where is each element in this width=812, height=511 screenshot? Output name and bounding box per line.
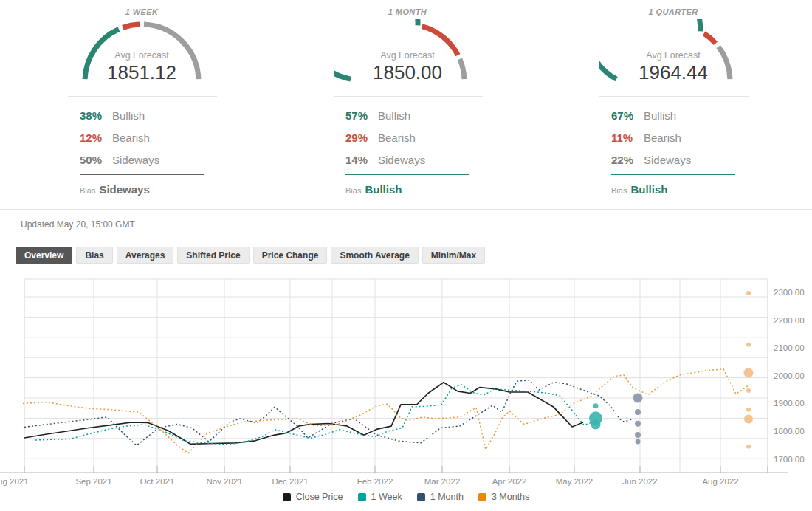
tab-averages[interactable]: Averages — [117, 247, 174, 264]
svg-text:2300.00: 2300.00 — [774, 288, 805, 297]
svg-text:2200.00: 2200.00 — [774, 316, 805, 325]
chart-tabs: Overview Bias Averages Shifted Price Pri… — [16, 247, 485, 264]
tab-overview[interactable]: Overview — [16, 247, 72, 264]
bullish-label: Bullish — [378, 109, 410, 122]
svg-text:Sep 2021: Sep 2021 — [75, 477, 111, 486]
tab-shifted-price[interactable]: Shifted Price — [177, 247, 249, 264]
bullish-pct: 67% — [611, 109, 644, 122]
series-1-month — [24, 380, 633, 445]
forecast-dot-3-months — [746, 388, 751, 393]
svg-text:1700.00: 1700.00 — [774, 455, 805, 464]
bias-underline — [80, 174, 204, 175]
bearish-row: 12%Bearish — [80, 126, 275, 148]
avg-forecast-label: Avg Forecast — [334, 50, 481, 61]
legend-item-close-price[interactable]: Close Price — [283, 492, 343, 502]
bullish-pct: 57% — [345, 109, 378, 122]
forecast-dot-3-months — [744, 415, 753, 424]
legend-item-1-month[interactable]: 1 Month — [417, 492, 464, 502]
forecast-panel-1-quarter: 1 QUARTER Avg Forecast 1964.44 67%Bullis… — [540, 0, 806, 209]
bias-value: Bullish — [365, 183, 402, 196]
series-1-week — [35, 385, 595, 445]
svg-text:2100.00: 2100.00 — [774, 343, 805, 352]
tab-price-change[interactable]: Price Change — [253, 247, 328, 264]
panel-period-label: 1 QUARTER — [540, 7, 806, 16]
legend-label: Close Price — [296, 492, 343, 502]
legend-item-1-week[interactable]: 1 Week — [358, 492, 402, 502]
forecast-panel-1-week: 1 WEEK Avg Forecast 1851.12 38%Bullish 1… — [9, 0, 275, 209]
series-close-price — [24, 383, 583, 445]
bias-label: Bias — [345, 186, 361, 195]
forecast-gauge: Avg Forecast 1851.12 — [68, 19, 216, 84]
sideways-label: Sideways — [644, 154, 691, 166]
updated-timestamp: Updated May 20, 15:00 GMT — [21, 219, 135, 230]
forecast-dot-3-months — [746, 291, 751, 295]
chart-legend: Close Price 1 Week 1 Month 3 Months — [0, 492, 812, 502]
bias-value: Bullish — [630, 183, 667, 196]
tab-smooth-average[interactable]: Smooth Average — [331, 247, 418, 264]
bias-label: Bias — [611, 186, 627, 195]
tab-bias[interactable]: Bias — [76, 247, 112, 264]
svg-text:May 2022: May 2022 — [556, 477, 593, 486]
close-price-swatch-icon — [283, 493, 291, 501]
forecast-dot-3-months — [746, 343, 751, 347]
tab-minim-max[interactable]: Minim/Max — [422, 247, 485, 264]
svg-text:Jun 2022: Jun 2022 — [622, 477, 657, 486]
one-week-swatch-icon — [358, 493, 366, 501]
forecast-panels: 1 WEEK Avg Forecast 1851.12 38%Bullish 1… — [9, 0, 806, 209]
svg-text:Dec 2021: Dec 2021 — [272, 477, 308, 486]
forecast-dot-3-months — [746, 445, 751, 449]
bullish-label: Bullish — [644, 109, 676, 122]
avg-forecast-value: 1851.12 — [68, 61, 216, 84]
sideways-row: 50%Sideways — [80, 148, 275, 171]
avg-forecast-value: 1964.44 — [599, 61, 747, 84]
sideways-label: Sideways — [112, 154, 159, 166]
bullish-row: 67%Bullish — [611, 104, 806, 126]
panel-period-label: 1 MONTH — [275, 7, 540, 16]
divider — [334, 96, 483, 97]
svg-text:Aug 2021: Aug 2021 — [0, 477, 29, 486]
sideways-row: 14%Sideways — [345, 148, 540, 171]
forecast-chart[interactable]: 2300.002200.002100.002000.001900.001800.… — [0, 272, 812, 490]
forecast-dot-1-month — [633, 393, 643, 402]
sideways-row: 22%Sideways — [611, 148, 806, 171]
bias-underline — [611, 174, 735, 175]
svg-text:Nov 2021: Nov 2021 — [206, 477, 242, 486]
divider — [68, 96, 217, 97]
bearish-pct: 12% — [80, 131, 112, 144]
bearish-row: 29%Bearish — [345, 126, 540, 148]
bearish-pct: 29% — [345, 131, 378, 144]
svg-text:1900.00: 1900.00 — [774, 399, 805, 408]
forecast-panel-1-month: 1 MONTH Avg Forecast 1850.00 57%Bullish … — [275, 0, 540, 209]
bullish-pct: 38% — [80, 109, 112, 122]
forecast-dot-1-week — [593, 403, 599, 408]
forecast-gauge: Avg Forecast 1850.00 — [334, 19, 481, 84]
bullish-row: 57%Bullish — [345, 104, 540, 126]
three-months-swatch-icon — [478, 493, 486, 501]
avg-forecast-value: 1850.00 — [334, 61, 481, 84]
forecast-dot-1-month — [636, 439, 641, 444]
forecast-dot-1-month — [635, 432, 641, 438]
sideways-label: Sideways — [378, 154, 425, 166]
forecast-dot-3-months — [744, 368, 754, 378]
legend-label: 3 Months — [492, 492, 529, 502]
bias-label: Bias — [80, 186, 95, 195]
legend-label: 1 Week — [371, 492, 402, 502]
svg-text:Feb 2022: Feb 2022 — [357, 477, 393, 486]
bearish-label: Bearish — [112, 131, 150, 144]
sideways-pct: 14% — [345, 154, 378, 166]
sideways-pct: 22% — [611, 154, 644, 166]
bias-value: Sideways — [99, 183, 149, 196]
bearish-pct: 11% — [611, 131, 644, 144]
avg-forecast-label: Avg Forecast — [68, 50, 216, 61]
sideways-pct: 50% — [80, 154, 112, 166]
forecast-dot-1-week — [591, 420, 601, 430]
svg-text:Aug 2022: Aug 2022 — [702, 477, 738, 486]
svg-text:Oct 2021: Oct 2021 — [140, 477, 175, 486]
avg-forecast-label: Avg Forecast — [599, 50, 747, 61]
forecast-gauge: Avg Forecast 1964.44 — [599, 19, 747, 84]
legend-item-3-months[interactable]: 3 Months — [478, 492, 529, 502]
bullish-row: 38%Bullish — [80, 104, 275, 126]
svg-text:Apr 2022: Apr 2022 — [492, 477, 527, 486]
panel-period-label: 1 WEEK — [9, 7, 275, 16]
svg-text:1800.00: 1800.00 — [774, 427, 805, 436]
